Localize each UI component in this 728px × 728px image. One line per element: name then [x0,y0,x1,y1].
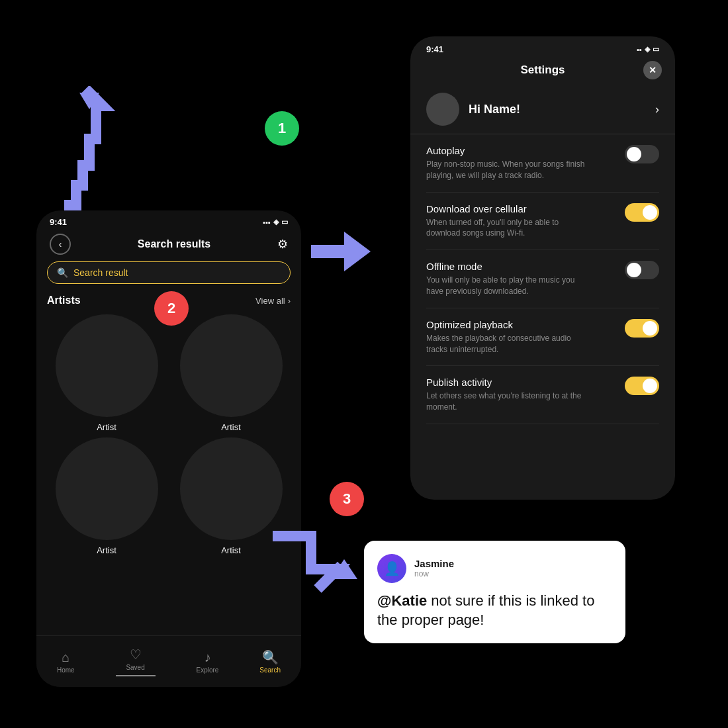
settings-battery-icon: ▭ [653,45,659,54]
notification-author-block: Jasmine now [414,558,454,578]
artist-item-1[interactable]: Artist [47,314,166,432]
step-badge-1: 1 [265,111,299,146]
step-badge-3: 3 [330,482,364,516]
settings-item-activity: Publish activity Let others see what you… [426,366,659,424]
nav-saved-underline [116,675,156,676]
nav-home-label: Home [57,666,75,674]
status-bar-settings: 9:41 ▪▪ ◈ ▭ [410,36,675,58]
artist-label-4: Artist [221,545,241,555]
offline-desc: You will only be able to play the music … [426,275,585,297]
arrow-2 [304,218,390,285]
artists-title: Artists [47,295,81,306]
playback-toggle[interactable] [625,319,659,338]
search-nav-icon: 🔍 [262,649,279,665]
signal-icon: ▪▪▪ [263,218,271,226]
home-icon: ⌂ [62,650,69,665]
arrow-1 [36,86,116,218]
search-bar-wrapper: 🔍 [36,261,301,295]
cellular-desc: When turned off, you'll only be able to … [426,217,585,240]
artists-grid: Artist Artist Artist Artist [36,314,301,555]
offline-info: Offline mode You will only be able to pl… [426,261,585,297]
nav-explore-label: Explore [196,666,218,674]
settings-item-autoplay: Autoplay Play non-stop music. When your … [426,134,659,193]
view-all-button[interactable]: View all › [255,296,291,306]
settings-list: Autoplay Play non-stop music. When your … [410,134,675,424]
playback-title: Optimized playback [426,319,585,330]
nav-saved-label: Saved [126,664,144,671]
profile-left: Hi Name! [426,93,520,126]
artist-item-3[interactable]: Artist [47,437,166,555]
heart-icon: ♡ [130,647,142,662]
nav-home[interactable]: ⌂ Home [57,650,75,674]
notification-body: @Katie not sure if this is linked to the… [377,591,612,630]
step-badge-2: 2 [154,291,189,326]
playback-info: Optimized playback Makes the playback of… [426,319,585,355]
notification-author: Jasmine [414,558,454,569]
settings-title: Settings [520,64,565,77]
autoplay-desc: Play non-stop music. When your songs fin… [426,159,585,181]
gear-icon[interactable]: ⚙ [277,237,288,251]
autoplay-title: Autoplay [426,145,585,156]
settings-status-time: 9:41 [426,44,443,54]
artist-label-1: Artist [97,422,116,432]
settings-item-offline: Offline mode You will only be able to pl… [426,250,659,308]
status-icons: ▪▪▪ ◈ ▭ [263,218,288,226]
settings-signal-icon: ▪▪ [637,46,642,54]
settings-item-playback: Optimized playback Makes the playback of… [426,308,659,367]
nav-saved[interactable]: ♡ Saved [116,647,156,676]
artist-avatar-4 [180,437,283,540]
phone-search: 9:41 ▪▪▪ ◈ ▭ ‹ Search results ⚙ 🔍 Artist… [36,210,301,687]
activity-toggle[interactable] [625,377,659,395]
settings-header: Settings ✕ [410,58,675,85]
artist-item-2[interactable]: Artist [171,314,291,432]
settings-item-cellular: Download over cellular When turned off, … [426,193,659,251]
nav-search[interactable]: 🔍 Search [259,649,281,674]
search-input[interactable] [73,267,281,278]
cellular-info: Download over cellular When turned off, … [426,203,585,240]
music-icon: ♪ [204,650,210,665]
notification-mention: @Katie [377,592,427,609]
chevron-right-icon: › [288,296,291,306]
search-bar[interactable]: 🔍 [47,261,291,284]
offline-toggle[interactable] [625,261,659,279]
artist-label-3: Artist [97,545,116,555]
artist-avatar-1 [56,314,158,417]
autoplay-toggle[interactable] [625,145,659,163]
playback-desc: Makes the playback of consecutive audio … [426,333,585,355]
artist-avatar-2 [180,314,283,417]
close-button[interactable]: ✕ [643,61,662,79]
page-title: Search results [138,238,210,250]
cellular-toggle[interactable] [625,203,659,222]
settings-wifi-icon: ◈ [645,45,650,54]
autoplay-info: Autoplay Play non-stop music. When your … [426,145,585,181]
artist-label-2: Artist [221,422,241,432]
battery-icon: ▭ [281,218,288,226]
activity-desc: Let others see what you're listening to … [426,390,585,413]
profile-chevron-icon: › [655,103,659,116]
notification-avatar: 👤 [377,554,406,583]
profile-avatar [426,93,459,126]
notification-header: 👤 Jasmine now [377,554,612,583]
profile-name: Hi Name! [469,103,520,116]
artist-avatar-3 [56,437,158,540]
notification-time: now [414,569,454,578]
nav-explore[interactable]: ♪ Explore [196,650,218,674]
profile-row[interactable]: Hi Name! › [410,85,675,134]
back-button[interactable]: ‹ [50,234,71,255]
settings-status-icons: ▪▪ ◈ ▭ [637,45,659,54]
activity-title: Publish activity [426,377,585,388]
activity-info: Publish activity Let others see what you… [426,377,585,413]
nav-search-label: Search [259,666,281,674]
search-icon: 🔍 [57,267,68,278]
arrow-3 [258,529,364,609]
status-time: 9:41 [50,217,67,227]
wifi-icon: ◈ [273,218,279,226]
offline-title: Offline mode [426,261,585,272]
cellular-title: Download over cellular [426,203,585,214]
phone-settings: 9:41 ▪▪ ◈ ▭ Settings ✕ Hi Name! › Autopl… [410,36,675,500]
view-all-label: View all [255,296,285,306]
bottom-nav: ⌂ Home ♡ Saved ♪ Explore 🔍 Search [36,635,301,687]
notification-bubble: 👤 Jasmine now @Katie not sure if this is… [364,541,625,643]
nav-bar: ‹ Search results ⚙ [36,231,301,261]
